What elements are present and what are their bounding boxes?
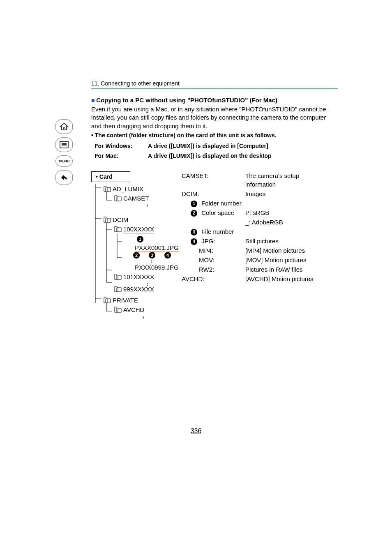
rw2-val: Pictures in RAW files xyxy=(245,265,302,274)
camset-label: CAMSET xyxy=(123,195,149,202)
folder-icon xyxy=(104,217,111,223)
dcim-val: Images xyxy=(245,189,265,198)
jpg-val: Still pictures xyxy=(245,237,279,245)
dcim-label: DCIM xyxy=(113,216,128,223)
jpg-key: JPG: xyxy=(201,238,215,245)
callout-1b: 1 xyxy=(191,201,197,207)
colorspace-label: Color space xyxy=(201,209,234,216)
card-label: • Card xyxy=(91,171,130,182)
dcim-key: DCIM: xyxy=(182,189,245,198)
folder-100: 100XXXXX xyxy=(114,226,173,233)
folder-avchd: AVCHD xyxy=(114,306,173,313)
file-pxxx0999: PXXX0999.JPG xyxy=(135,264,173,271)
f101-label: 101XXXXX xyxy=(123,273,154,280)
folder-icon xyxy=(114,286,122,292)
callout-1: 1 xyxy=(137,236,143,242)
folder-camset: CAMSET xyxy=(114,195,173,202)
callout-3b: 3 xyxy=(191,229,197,235)
mov-val: [MOV] Motion pictures xyxy=(245,256,306,264)
folder-dcim: DCIM xyxy=(104,216,173,223)
camset-val: The camera's setup information xyxy=(245,171,319,189)
mp4-key: MP4: xyxy=(182,246,245,255)
folder-999: 999XXXXX xyxy=(114,286,173,293)
colorspace-val1: P: sRGB xyxy=(245,208,269,217)
folder-tree: • Card AD_LUMIX CAMSET ••• xyxy=(91,171,173,319)
avchd-label: AVCHD xyxy=(123,306,144,313)
private-label: PRIVATE xyxy=(113,297,138,304)
mac-desc: A drive ([LUMIX]) is displayed on the de… xyxy=(148,152,272,159)
colorspace-val2: _: AdobeRGB xyxy=(245,218,283,226)
folder-icon xyxy=(104,186,111,192)
callout-2b: 2 xyxy=(191,210,197,217)
mov-key: MOV: xyxy=(182,256,245,264)
menu-icon[interactable]: MENU xyxy=(55,155,73,167)
foldernum-label: Folder number xyxy=(201,200,242,207)
avchd-key: AVCHD: xyxy=(182,275,245,283)
folder-icon xyxy=(114,195,122,201)
menu-label: MENU xyxy=(59,159,70,163)
callout-2: 2 xyxy=(133,252,140,259)
home-icon[interactable] xyxy=(55,119,73,134)
back-icon[interactable] xyxy=(55,170,73,185)
chapter-header: 11. Connecting to other equipment xyxy=(91,80,338,89)
camset-key: CAMSET: xyxy=(182,171,245,189)
file-pxxx0001: PXXX0001.JPG xyxy=(135,244,173,251)
callout-4: 4 xyxy=(164,252,171,259)
callout-3: 3 xyxy=(149,252,155,259)
adlumix-label: AD_LUMIX xyxy=(113,185,143,192)
info-table: CAMSET: The camera's setup information D… xyxy=(182,171,319,319)
contents-icon[interactable] xyxy=(55,137,73,152)
rw2-key: RW2: xyxy=(182,265,245,274)
os-table: For Windows: A drive ([LUMIX]) is displa… xyxy=(95,143,338,159)
folder-icon xyxy=(114,274,122,280)
section-title: Copying to a PC without using "PHOTOfunS… xyxy=(91,97,338,104)
folder-icon xyxy=(114,307,122,313)
folder-icon xyxy=(114,226,122,232)
windows-label: For Windows: xyxy=(95,143,148,149)
folder-101: 101XXXXX xyxy=(114,273,173,280)
windows-desc: A drive ([LUMIX]) is displayed in [Compu… xyxy=(148,143,268,149)
page-number[interactable]: 336 xyxy=(0,427,392,435)
f100-label: 100XXXXX xyxy=(123,226,154,233)
mp4-val: [MP4] Motion pictures xyxy=(245,246,305,255)
folder-structure-note: • The content (folder structure) on the … xyxy=(91,132,338,138)
mac-label: For Mac: xyxy=(95,152,148,159)
folder-adlumix: AD_LUMIX xyxy=(104,185,173,192)
folder-icon xyxy=(104,297,111,303)
avchd-val: [AVCHD] Motion pictures xyxy=(245,275,314,283)
intro-text: Even if you are using a Mac, or in any s… xyxy=(91,105,338,130)
callout-4b: 4 xyxy=(191,238,197,245)
filenum-label: File number xyxy=(201,228,234,235)
folder-private: PRIVATE xyxy=(104,297,173,304)
f999-label: 999XXXXX xyxy=(123,286,154,293)
